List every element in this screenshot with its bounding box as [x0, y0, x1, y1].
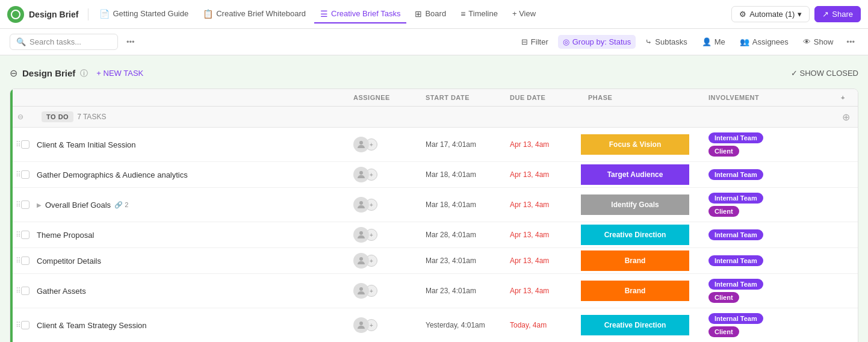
me-action[interactable]: 👤 Me: [697, 35, 730, 49]
status-collapse-icon: ⊖: [17, 113, 23, 121]
svg-point-0: [359, 141, 363, 145]
col-start-date[interactable]: START DATE: [418, 89, 503, 106]
task-assignee-cell[interactable]: +: [346, 312, 418, 338]
task-expand-icon[interactable]: ▶: [37, 202, 42, 208]
col-add[interactable]: +: [834, 89, 858, 106]
task-drag-icon: ⠿: [16, 140, 21, 149]
task-check-cell[interactable]: ⠿: [10, 252, 34, 270]
task-involvement-cell: Internal TeamClient: [701, 128, 834, 161]
automate-button[interactable]: ⚙ Automate (1) ▾: [731, 6, 810, 22]
task-checkbox[interactable]: [21, 256, 29, 265]
task-phase-cell: Focus & Vision: [581, 132, 701, 157]
tab-timeline[interactable]: ≡ Timeline: [454, 5, 504, 23]
nav-right-actions: ⚙ Automate (1) ▾ ↗ Share: [731, 6, 861, 22]
task-assignee-cell[interactable]: +: [346, 278, 418, 303]
task-name-label: Client & Team Strategy Session: [37, 321, 147, 330]
assignees-action[interactable]: 👥 Assignees: [735, 35, 793, 49]
col-phase[interactable]: PHASE: [581, 89, 701, 106]
add-col-icon: ⊕: [842, 111, 850, 123]
section-info-icon[interactable]: ⓘ: [80, 68, 88, 79]
search-more-icon[interactable]: •••: [123, 35, 138, 49]
task-involvement-cell: Internal Team: [701, 164, 834, 185]
show-action[interactable]: 👁 Show: [798, 35, 839, 49]
involvement-badge: Client: [708, 292, 739, 303]
avatar: [353, 167, 369, 182]
task-checkbox[interactable]: [21, 321, 29, 329]
table-row: ⠿ Theme Proposal + Mar 28, 4:01am Apr 13…: [10, 222, 858, 248]
task-start-date: Mar 23, 4:01am: [418, 252, 503, 270]
tab-board[interactable]: ⊞ Board: [409, 5, 452, 23]
table-row: ⠿ Competitor Details + Mar 23, 4:01am Ap…: [10, 248, 858, 274]
col-assignee[interactable]: ASSIGNEE: [346, 89, 418, 106]
group-by-icon: ◎: [563, 37, 569, 46]
task-assignee-cell[interactable]: +: [346, 222, 418, 247]
phase-badge: Brand: [581, 250, 689, 271]
task-checkbox[interactable]: [21, 201, 29, 209]
phase-badge: Target Audience: [581, 164, 689, 185]
task-check-cell[interactable]: ⠿: [10, 135, 34, 154]
status-badge: TO DO: [42, 111, 73, 122]
task-start-date: Mar 18, 4:01am: [418, 166, 503, 184]
new-task-button[interactable]: + NEW TASK: [93, 67, 147, 79]
toolbar-more-icon[interactable]: •••: [843, 35, 858, 49]
timeline-icon: ≡: [460, 9, 465, 19]
tab-getting-started[interactable]: 📄 Getting Started Guide: [93, 5, 194, 23]
task-due-date: Apr 13, 4am: [503, 282, 581, 300]
project-name: Design Brief: [29, 10, 78, 19]
task-checkbox[interactable]: [21, 140, 29, 149]
status-collapse-cell[interactable]: ⊖: [10, 108, 34, 126]
tasks-icon: ☰: [320, 9, 328, 19]
involvement-badge: Client: [708, 146, 739, 157]
task-start-date: Yesterday, 4:01am: [418, 316, 503, 334]
col-due-date[interactable]: DUE DATE: [503, 89, 581, 106]
tab-creative-brief-tasks[interactable]: ☰ Creative Brief Tasks: [314, 5, 406, 23]
svg-point-1: [359, 171, 363, 175]
search-box[interactable]: 🔍 Search tasks...: [10, 34, 118, 50]
task-phase-cell: Identify Goals: [581, 192, 701, 217]
table-row: ⠿ Client & Team Initial Session + Mar 17…: [10, 128, 858, 162]
section-header: ⊖ Design Brief ⓘ + NEW TASK ✓ SHOW CLOSE…: [10, 63, 858, 84]
task-rows-container: ⠿ Client & Team Initial Session + Mar 17…: [10, 128, 858, 342]
board-icon: ⊞: [415, 9, 422, 19]
top-nav: Design Brief 📄 Getting Started Guide 📋 C…: [0, 0, 868, 29]
svg-point-4: [359, 257, 363, 261]
task-name-cell: Theme Proposal: [34, 226, 346, 244]
task-check-cell[interactable]: ⠿: [10, 282, 34, 300]
filter-action[interactable]: ⊟ Filter: [516, 35, 553, 49]
task-involvement-cell: Internal Team: [701, 250, 834, 271]
task-name-cell: Client & Team Initial Session: [34, 135, 346, 154]
filter-icon: ⊟: [521, 37, 528, 46]
section-collapse-icon[interactable]: ⊖: [10, 67, 17, 79]
task-checkbox[interactable]: [21, 287, 29, 295]
task-checkbox[interactable]: [21, 170, 29, 179]
toolbar: 🔍 Search tasks... ••• ⊟ Filter ◎ Group b…: [0, 29, 868, 55]
tab-view[interactable]: + View: [506, 5, 542, 23]
task-assignee-cell[interactable]: +: [346, 132, 418, 157]
task-drag-icon: ⠿: [16, 287, 21, 295]
task-checkbox[interactable]: [21, 231, 29, 239]
show-closed-button[interactable]: ✓ SHOW CLOSED: [791, 69, 858, 78]
col-involvement[interactable]: INVOLVEMENT: [701, 89, 834, 106]
task-drag-icon: ⠿: [16, 201, 21, 209]
task-check-cell[interactable]: ⠿: [10, 316, 34, 334]
share-button[interactable]: ↗ Share: [814, 6, 861, 22]
task-check-cell[interactable]: ⠿: [10, 196, 34, 214]
subtasks-action[interactable]: ⤷ Subtasks: [640, 35, 692, 49]
task-assignee-cell[interactable]: +: [346, 162, 418, 187]
nav-separator: [88, 8, 88, 20]
task-assignee-cell[interactable]: +: [346, 192, 418, 217]
automate-label: Automate (1): [749, 10, 795, 19]
task-check-cell[interactable]: ⠿: [10, 226, 34, 244]
task-check-cell[interactable]: ⠿: [10, 166, 34, 184]
tab-creative-brief-whiteboard[interactable]: 📋 Creative Brief Whiteboard: [197, 5, 312, 23]
automate-chevron-icon: ▾: [798, 10, 802, 19]
task-name-cell: Client & Team Strategy Session: [34, 316, 346, 335]
task-assignee-cell[interactable]: +: [346, 248, 418, 273]
subtasks-label: Subtasks: [655, 37, 687, 46]
status-add-col[interactable]: ⊕: [834, 111, 858, 123]
task-start-date: Mar 18, 4:01am: [418, 196, 503, 214]
task-name-label: Gather Assets: [37, 287, 86, 296]
tab-view-label: + View: [512, 9, 536, 18]
group-by-action[interactable]: ◎ Group by: Status: [558, 35, 636, 49]
phase-badge: Identify Goals: [581, 194, 689, 215]
